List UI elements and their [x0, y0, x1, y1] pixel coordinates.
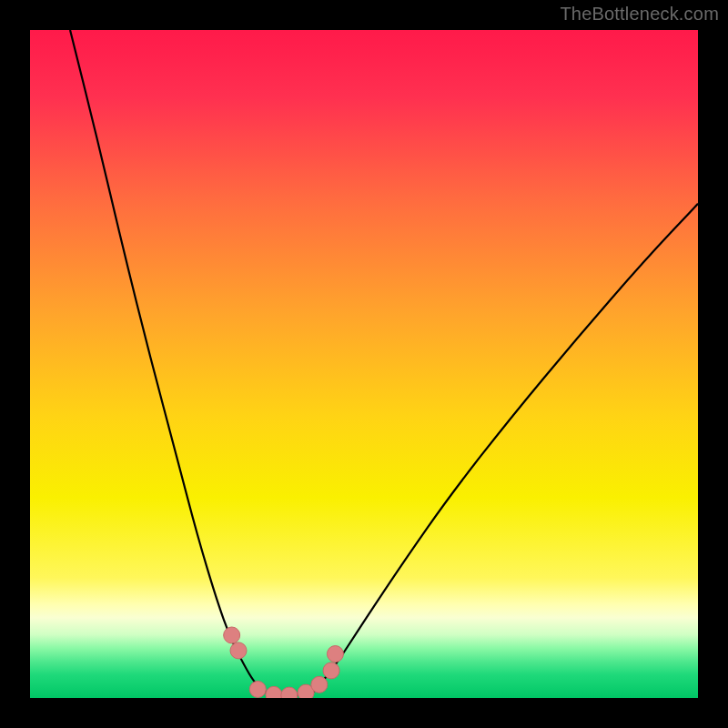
curve-markers	[224, 627, 344, 698]
marker-dot	[323, 662, 339, 679]
marker-dot	[249, 681, 266, 697]
attribution-label: TheBottleneck.com	[560, 0, 728, 25]
curve-line	[70, 30, 698, 695]
marker-dot	[281, 687, 298, 698]
marker-dot	[327, 646, 343, 662]
marker-dot	[266, 686, 282, 698]
marker-dot	[311, 676, 328, 693]
marker-dot	[224, 627, 240, 643]
bottleneck-curve	[30, 30, 698, 698]
outer-frame: TheBottleneck.com	[0, 0, 728, 728]
marker-dot	[230, 642, 247, 659]
plot-area	[30, 30, 698, 698]
